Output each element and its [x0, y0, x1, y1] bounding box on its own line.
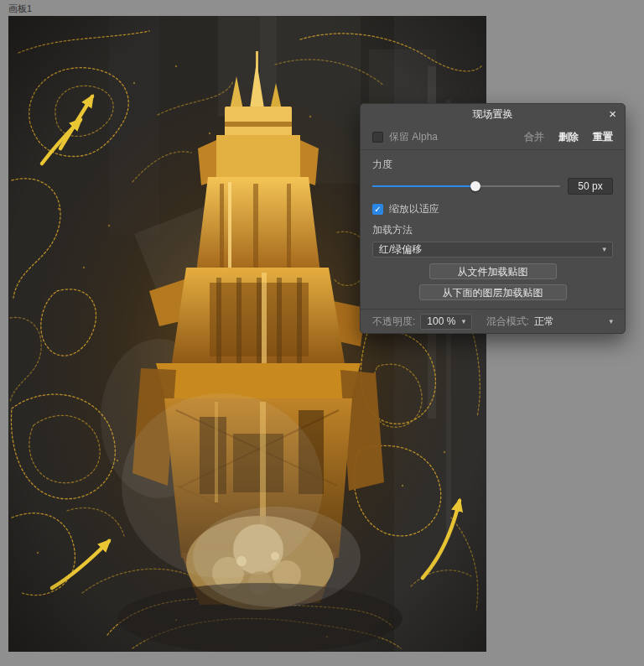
- blend-mode-select[interactable]: 正常 ▾: [534, 314, 613, 330]
- reset-button[interactable]: 重置: [593, 130, 613, 144]
- load-method-select[interactable]: 红/绿偏移 ▾: [372, 242, 613, 258]
- strength-label: 力度: [372, 158, 613, 172]
- artboard-label[interactable]: 画板1: [8, 3, 32, 15]
- chevron-down-icon: ▾: [609, 318, 613, 325]
- scale-to-fit-checkbox[interactable]: ✓: [372, 204, 383, 215]
- slider-track[interactable]: [372, 185, 560, 187]
- scale-to-fit-row: ✓ 缩放以适应: [372, 202, 613, 216]
- load-method-value: 红/绿偏移: [379, 242, 422, 257]
- close-icon[interactable]: ×: [609, 107, 616, 122]
- chevron-down-icon: ▾: [462, 318, 466, 325]
- alpha-row: 保留 Alpha 合并 删除 重置: [361, 125, 625, 149]
- scale-to-fit-label: 缩放以适应: [389, 202, 439, 216]
- slider-thumb[interactable]: [470, 181, 480, 191]
- slider-fill: [372, 185, 475, 187]
- opacity-select[interactable]: 100 % ▾: [420, 314, 472, 330]
- opacity-label: 不透明度:: [372, 315, 415, 329]
- strength-slider-row: 50 px: [372, 178, 613, 195]
- strength-value-input[interactable]: 50 px: [568, 178, 613, 195]
- opacity-value: 100 %: [427, 315, 455, 327]
- delete-button[interactable]: 删除: [558, 130, 579, 144]
- dialog-title: 现场置换: [473, 107, 513, 122]
- preserve-alpha-label: 保留 Alpha: [389, 130, 438, 144]
- live-displace-dialog: 现场置换 × 保留 Alpha 合并 删除 重置 力度 50 px ✓ 缩放以适…: [360, 103, 626, 334]
- preserve-alpha-checkbox[interactable]: [372, 132, 383, 143]
- strength-slider[interactable]: [372, 181, 560, 192]
- check-icon: ✓: [374, 206, 381, 214]
- blend-mode-label: 混合模式:: [486, 315, 529, 329]
- load-method-label: 加载方法: [372, 223, 613, 237]
- dialog-footer: 不透明度: 100 % ▾ 混合模式: 正常 ▾: [361, 310, 625, 333]
- load-from-file-button[interactable]: 从文件加载贴图: [429, 263, 557, 279]
- load-from-layer-button[interactable]: 从下面的图层加载贴图: [419, 284, 567, 300]
- dialog-body: 力度 50 px ✓ 缩放以适应 加载方法 红/绿偏移 ▾ 从文件加载贴图 从下…: [361, 150, 625, 309]
- merge-button[interactable]: 合并: [524, 130, 544, 144]
- blend-mode-value: 正常: [534, 315, 554, 329]
- chevron-down-icon: ▾: [602, 246, 606, 253]
- dialog-header[interactable]: 现场置换 ×: [361, 104, 625, 125]
